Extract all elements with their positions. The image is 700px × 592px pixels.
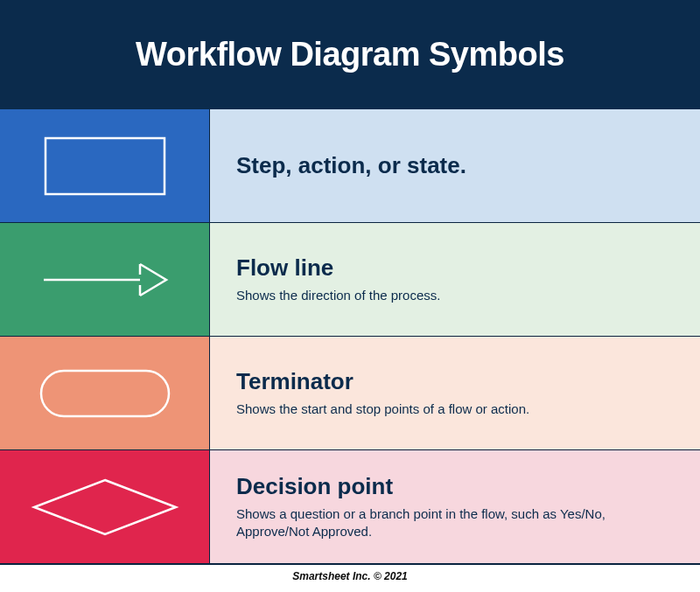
diagram-container: Workflow Diagram Symbols Step, action, o… <box>0 0 700 592</box>
symbol-cell-decision <box>0 450 210 563</box>
row-decision: Decision point Shows a question or a bra… <box>0 450 700 564</box>
desc-cell-step: Step, action, or state. <box>210 109 700 222</box>
row-terminator: Terminator Shows the start and stop poin… <box>0 337 700 450</box>
arrow-icon <box>35 254 175 306</box>
header: Workflow Diagram Symbols <box>0 0 700 109</box>
row-step: Step, action, or state. <box>0 109 700 223</box>
row-title: Flow line <box>236 254 674 282</box>
symbol-cell-flow <box>0 223 210 336</box>
footer-text: Smartsheet Inc. © 2021 <box>0 564 700 582</box>
symbol-cell-terminator <box>0 337 210 449</box>
row-title: Terminator <box>236 368 674 395</box>
symbol-cell-step <box>0 109 210 222</box>
row-flow: Flow line Shows the direction of the pro… <box>0 223 700 337</box>
desc-cell-flow: Flow line Shows the direction of the pro… <box>210 223 700 336</box>
row-subtitle: Shows the direction of the process. <box>236 287 674 304</box>
row-subtitle: Shows the start and stop points of a flo… <box>236 400 674 418</box>
svg-rect-3 <box>41 371 169 416</box>
row-title: Decision point <box>236 473 674 500</box>
desc-cell-terminator: Terminator Shows the start and stop poin… <box>210 337 700 449</box>
row-subtitle: Shows a question or a branch point in th… <box>236 505 674 541</box>
desc-cell-decision: Decision point Shows a question or a bra… <box>210 450 700 563</box>
diamond-icon <box>31 477 179 538</box>
rounded-rect-icon <box>39 369 171 418</box>
rectangle-icon <box>44 136 166 196</box>
svg-rect-0 <box>46 138 164 194</box>
row-title: Step, action, or state. <box>236 152 674 179</box>
page-title: Workflow Diagram Symbols <box>136 36 564 73</box>
svg-marker-4 <box>34 480 176 534</box>
